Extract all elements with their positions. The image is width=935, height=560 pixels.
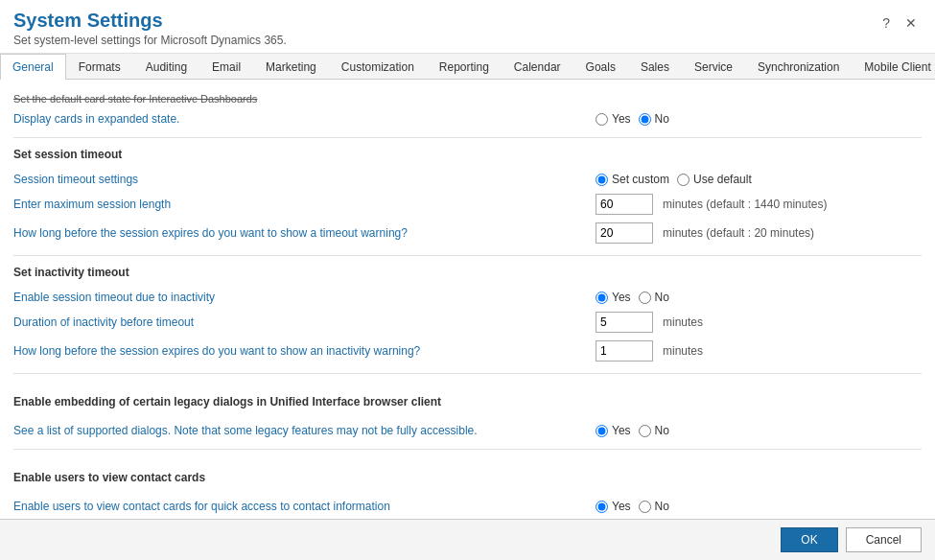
dashboards-header-label: Set the default card state for Interacti… — [13, 93, 257, 105]
tab-synchronization[interactable]: Synchronization — [745, 54, 852, 80]
max-session-label: Enter maximum session length — [13, 198, 596, 211]
display-cards-yes-label: Yes — [612, 112, 631, 126]
legacy-dialogs-link[interactable]: See a list of supported dialogs — [13, 424, 168, 437]
tab-sales[interactable]: Sales — [628, 54, 682, 80]
page-subtitle: Set system-level settings for Microsoft … — [13, 34, 287, 47]
tab-reporting[interactable]: Reporting — [427, 54, 502, 80]
inactivity-yes-option[interactable]: Yes — [596, 291, 631, 304]
inactivity-no-label: No — [655, 291, 669, 304]
legacy-dialogs-suffix: . Note that some legacy features may not… — [168, 424, 478, 437]
display-cards-no-option[interactable]: No — [639, 112, 669, 126]
tab-mobile-client[interactable]: Mobile Client — [852, 54, 935, 80]
session-settings-row: Session timeout settings Set custom Use … — [13, 169, 922, 190]
inactivity-warning-control: minutes — [596, 340, 922, 362]
enable-inactivity-row: Enable session timeout due to inactivity… — [13, 287, 922, 308]
legacy-dialogs-radio-group: Yes No — [596, 424, 669, 437]
contact-cards-link[interactable]: information — [334, 500, 390, 513]
tab-email[interactable]: Email — [199, 54, 253, 80]
display-cards-no-label: No — [655, 112, 669, 126]
contact-cards-description: Enable users to view contact cards for q… — [13, 500, 596, 513]
session-settings-anchor[interactable]: Session timeout settings — [13, 173, 138, 186]
tab-general[interactable]: General — [0, 54, 66, 80]
enable-inactivity-label: Enable session timeout due to inactivity — [13, 291, 596, 304]
session-warning-control: minutes (default : 20 minutes) — [596, 222, 922, 244]
max-session-input[interactable] — [596, 194, 653, 215]
session-warning-input[interactable] — [596, 222, 653, 244]
divider-1 — [13, 137, 922, 138]
display-cards-radio-group: Yes No — [596, 112, 669, 126]
inactivity-duration-row: Duration of inactivity before timeout mi… — [13, 308, 922, 337]
legacy-dialogs-description: See a list of supported dialogs. Note th… — [13, 424, 596, 437]
session-settings-link[interactable]: Session timeout settings — [13, 173, 596, 186]
inactivity-yes-radio[interactable] — [596, 292, 608, 304]
display-cards-no-radio[interactable] — [639, 113, 651, 126]
inactivity-duration-control: minutes — [596, 312, 922, 333]
inactivity-timeout-title: Set inactivity timeout — [13, 266, 922, 279]
title-bar-actions: ? ✕ — [877, 13, 922, 33]
display-cards-control: Yes No — [596, 112, 922, 126]
inactivity-warning-suffix: minutes — [663, 344, 703, 358]
session-custom-radio-group: Set custom Use default — [596, 173, 752, 186]
inactivity-duration-input[interactable] — [596, 312, 653, 333]
legacy-no-radio[interactable] — [639, 425, 651, 437]
tab-goals[interactable]: Goals — [573, 54, 628, 80]
footer: OK Cancel — [0, 519, 935, 560]
legacy-dialogs-control: Yes No — [596, 424, 922, 437]
tab-auditing[interactable]: Auditing — [133, 54, 199, 80]
legacy-yes-label: Yes — [612, 424, 631, 437]
use-default-option[interactable]: Use default — [677, 173, 752, 186]
contact-cards-control: Yes No — [596, 500, 922, 513]
tab-formats[interactable]: Formats — [66, 54, 133, 80]
contact-cards-prefix: Enable users to view contact cards for q… — [13, 500, 334, 513]
contact-cards-title-row: Enable users to view contact cards — [13, 457, 922, 496]
set-custom-radio[interactable] — [596, 174, 608, 186]
tab-service[interactable]: Service — [682, 54, 745, 80]
legacy-yes-radio[interactable] — [596, 425, 608, 437]
inactivity-no-radio[interactable] — [639, 292, 651, 304]
inactivity-duration-suffix: minutes — [663, 315, 703, 329]
inactivity-warning-label: How long before the session expires do y… — [13, 344, 596, 358]
display-cards-yes-option[interactable]: Yes — [596, 112, 631, 126]
ok-button[interactable]: OK — [781, 527, 837, 552]
contact-cards-yes-label: Yes — [612, 500, 631, 513]
contact-cards-no-option[interactable]: No — [639, 500, 669, 513]
contact-cards-no-radio[interactable] — [639, 501, 651, 513]
tab-marketing[interactable]: Marketing — [253, 54, 329, 80]
contact-cards-no-label: No — [655, 500, 669, 513]
session-warning-row: How long before the session expires do y… — [13, 219, 922, 247]
legacy-dialogs-row: See a list of supported dialogs. Note th… — [13, 420, 922, 441]
legacy-yes-option[interactable]: Yes — [596, 424, 631, 437]
cancel-button[interactable]: Cancel — [846, 527, 922, 552]
page-title: System Settings — [13, 10, 287, 32]
max-session-control: minutes (default : 1440 minutes) — [596, 194, 922, 215]
inactivity-warning-input[interactable] — [596, 340, 653, 362]
use-default-radio[interactable] — [677, 174, 690, 186]
set-custom-option[interactable]: Set custom — [596, 173, 669, 186]
session-settings-control: Set custom Use default — [596, 173, 922, 186]
help-icon[interactable]: ? — [877, 13, 895, 33]
title-bar-left: System Settings Set system-level setting… — [13, 10, 287, 47]
contact-cards-yes-option[interactable]: Yes — [596, 500, 631, 513]
set-custom-label: Set custom — [612, 173, 669, 186]
legacy-dialogs-title: Enable embedding of certain legacy dialo… — [13, 395, 441, 408]
tab-calendar[interactable]: Calendar — [502, 54, 573, 80]
tab-customization[interactable]: Customization — [329, 54, 427, 80]
contact-cards-radio-group: Yes No — [596, 500, 669, 513]
dashboards-header-row: Set the default card state for Interacti… — [13, 89, 922, 108]
contact-cards-yes-radio[interactable] — [596, 501, 608, 513]
title-bar: System Settings Set system-level setting… — [0, 0, 935, 54]
divider-2 — [13, 255, 922, 256]
inactivity-radio-group: Yes No — [596, 291, 669, 304]
inactivity-no-option[interactable]: No — [639, 291, 669, 304]
display-cards-label: Display cards in expanded state. — [13, 112, 596, 126]
legacy-no-label: No — [655, 424, 669, 437]
close-icon[interactable]: ✕ — [900, 13, 922, 33]
legacy-no-option[interactable]: No — [639, 424, 669, 437]
contact-cards-row: Enable users to view contact cards for q… — [13, 496, 922, 517]
content-area: Set the default card state for Interacti… — [0, 80, 935, 519]
display-cards-yes-radio[interactable] — [596, 113, 608, 126]
inactivity-warning-row: How long before the session expires do y… — [13, 337, 922, 365]
session-warning-suffix: minutes (default : 20 minutes) — [663, 226, 814, 240]
max-session-suffix: minutes (default : 1440 minutes) — [663, 198, 827, 211]
display-cards-row: Display cards in expanded state. Yes No — [13, 108, 922, 129]
